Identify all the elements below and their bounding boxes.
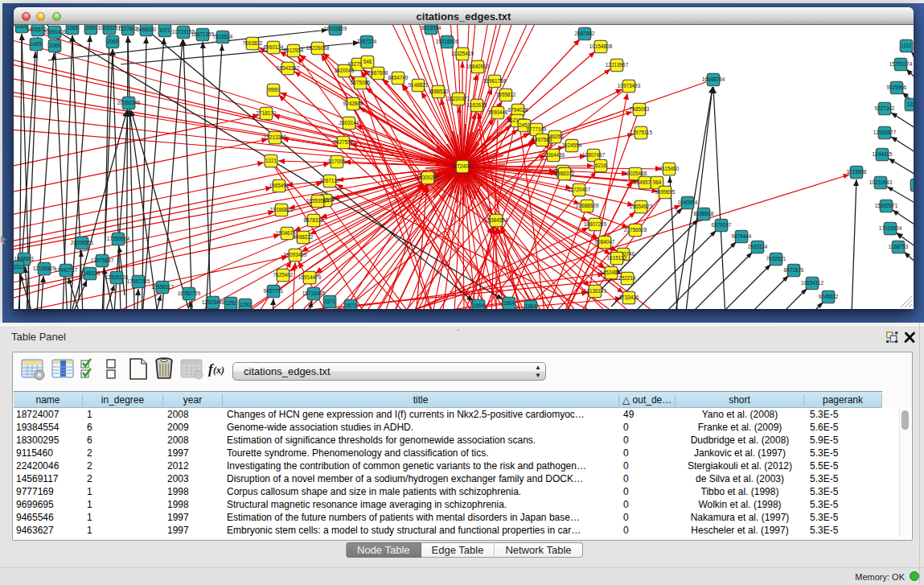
svg-text:7625402: 7625402	[273, 272, 294, 278]
svg-text:10958117: 10958117	[151, 284, 174, 290]
svg-text:18300295: 18300295	[417, 175, 440, 180]
svg-text:546: 546	[363, 59, 372, 64]
svg-text:18724007: 18724007	[451, 163, 474, 169]
svg-text:1733426: 1733426	[619, 295, 639, 300]
svg-text:10025488: 10025488	[624, 171, 647, 176]
svg-text:2718170: 2718170	[257, 110, 277, 116]
svg-text:12923448: 12923448	[202, 299, 225, 305]
svg-text:12213967: 12213967	[606, 62, 629, 68]
svg-text:18807289: 18807289	[584, 221, 607, 227]
svg-text:8471676: 8471676	[784, 267, 804, 273]
svg-text:17957255: 17957255	[127, 278, 150, 284]
svg-text:16648784: 16648784	[702, 76, 725, 82]
svg-text:15692971: 15692971	[875, 203, 898, 208]
svg-text:7632621: 7632621	[766, 256, 786, 262]
svg-text:1065: 1065	[67, 25, 79, 31]
svg-text:2933114: 2933114	[748, 244, 768, 249]
svg-text:15751074: 15751074	[889, 61, 913, 67]
svg-text:1405: 1405	[31, 41, 43, 47]
svg-text:16914479: 16914479	[298, 274, 322, 280]
svg-text:7955812: 7955812	[496, 92, 516, 97]
svg-text:7485063: 7485063	[630, 106, 650, 112]
svg-text:2986372: 2986372	[555, 171, 575, 176]
svg-text:9245632: 9245632	[819, 294, 839, 299]
svg-text:1588520: 1588520	[429, 89, 449, 94]
svg-text:16961758: 16961758	[483, 78, 507, 84]
svg-text:14524851: 14524851	[600, 270, 623, 275]
svg-text:1965491: 1965491	[269, 183, 290, 188]
svg-text:19654923: 19654923	[630, 204, 653, 209]
svg-text:20691406: 20691406	[43, 29, 67, 35]
svg-text:16093459: 16093459	[284, 252, 307, 257]
svg-text:8912954: 8912954	[284, 47, 304, 53]
svg-text:1571: 1571	[324, 299, 336, 304]
svg-text:2069: 2069	[49, 43, 61, 48]
svg-text:20206551: 20206551	[71, 240, 94, 245]
svg-text:9699695: 9699695	[655, 189, 676, 195]
svg-text:5875085: 5875085	[351, 80, 371, 85]
svg-text:(x): (x)	[213, 365, 224, 376]
svg-text:17359914: 17359914	[107, 236, 130, 241]
svg-text:12975115: 12975115	[630, 130, 652, 135]
svg-text:6466160: 6466160	[137, 27, 157, 32]
svg-text:9457791: 9457791	[264, 288, 284, 294]
svg-text:917006: 917006	[328, 159, 346, 164]
svg-text:8960124: 8960124	[264, 44, 284, 50]
svg-text:12213369: 12213369	[264, 134, 287, 140]
svg-text:10654112: 10654112	[801, 280, 823, 286]
svg-text:9084047: 9084047	[595, 239, 615, 245]
svg-text:20756928: 20756928	[624, 227, 647, 233]
svg-text:1498222: 1498222	[294, 234, 314, 240]
svg-text:7515524: 7515524	[213, 34, 233, 39]
svg-text:252214: 252214	[618, 275, 636, 281]
svg-text:8427552: 8427552	[334, 139, 354, 145]
svg-text:1221: 1221	[265, 158, 277, 163]
svg-text:2803144: 2803144	[339, 120, 359, 126]
svg-text:984: 984	[653, 179, 662, 185]
svg-text:13975887: 13975887	[91, 257, 114, 263]
svg-text:3624554: 3624554	[562, 142, 582, 148]
svg-text:3915132: 3915132	[14, 264, 28, 270]
svg-text:1615132: 1615132	[607, 255, 627, 261]
svg-text:1168753: 1168753	[889, 244, 909, 249]
svg-text:1664: 1664	[473, 303, 485, 308]
svg-text:16782759: 16782759	[178, 290, 201, 296]
svg-text:1071: 1071	[159, 27, 171, 33]
svg-text:2420046: 2420046	[335, 68, 355, 73]
svg-text:122: 122	[907, 101, 914, 107]
svg-text:6216: 6216	[595, 163, 607, 168]
svg-text:9115460: 9115460	[659, 166, 680, 171]
svg-text:1664: 1664	[503, 300, 515, 306]
svg-text:6497568: 6497568	[532, 137, 552, 142]
svg-text:18226058: 18226058	[306, 45, 330, 51]
svg-text:1990448: 1990448	[488, 109, 508, 115]
svg-text:1571: 1571	[345, 303, 357, 308]
svg-text:20364436: 20364436	[542, 152, 565, 158]
svg-text:9329966: 9329966	[887, 84, 907, 90]
svg-text:12093877: 12093877	[873, 130, 897, 135]
svg-text:1112: 1112	[901, 43, 912, 48]
svg-text:3267130: 3267130	[320, 178, 340, 183]
svg-text:6794028: 6794028	[508, 107, 528, 113]
svg-text:7663822: 7663822	[243, 40, 263, 46]
svg-text:8813054: 8813054	[421, 25, 441, 31]
svg-text:19384554: 19384554	[485, 217, 508, 223]
svg-text:20053346: 20053346	[117, 100, 141, 105]
svg-text:16553584: 16553584	[306, 198, 330, 204]
svg-text:117: 117	[913, 182, 914, 187]
svg-text:11325419: 11325419	[451, 51, 474, 56]
svg-text:17016504: 17016504	[879, 225, 902, 231]
svg-text:1244415: 1244415	[873, 151, 893, 157]
svg-text:1640954: 1640954	[678, 200, 698, 205]
svg-text:7357224: 7357224	[357, 39, 377, 44]
svg-text:2687682: 2687682	[575, 31, 595, 36]
svg-text:16543382: 16543382	[277, 65, 300, 71]
svg-text:1292: 1292	[240, 302, 252, 307]
svg-text:2069: 2069	[107, 39, 119, 44]
svg-text:12156829: 12156829	[33, 266, 56, 271]
svg-text:2069: 2069	[85, 25, 97, 31]
svg-text:9146821: 9146821	[409, 82, 429, 88]
svg-text:1292: 1292	[225, 300, 237, 306]
svg-text:8878312: 8878312	[304, 217, 324, 223]
svg-text:19166825: 19166825	[270, 207, 294, 212]
